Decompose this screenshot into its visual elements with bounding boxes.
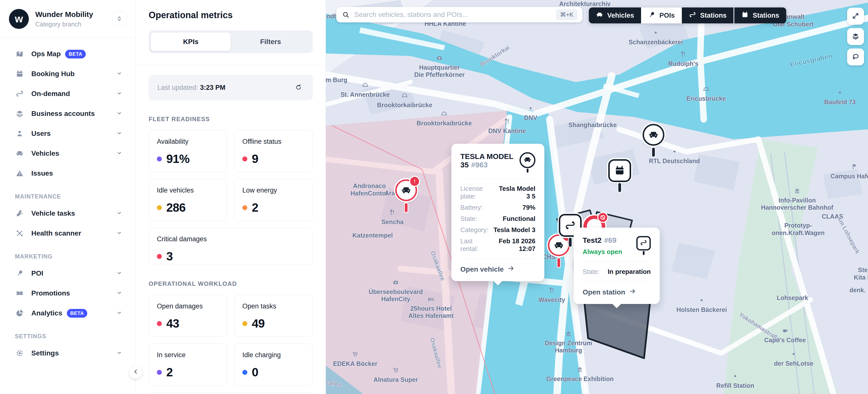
- sidebar-item-on-demand[interactable]: On-demand: [6, 84, 129, 104]
- toggle-label: Stations: [700, 12, 727, 20]
- kpi-value: 2: [166, 365, 173, 379]
- row-label: Last rental:: [460, 237, 488, 253]
- sidebar-item-vehicle-tasks[interactable]: Vehicle tasks: [6, 203, 129, 223]
- route-icon: [689, 11, 696, 20]
- map-layer-toggles: VehiclesPOIsStationsStations: [589, 7, 786, 23]
- panel-collapse-button[interactable]: [129, 366, 143, 379]
- chevron-down-icon: [116, 289, 123, 297]
- org-switcher-button[interactable]: [112, 12, 126, 26]
- map-markers-layer: [326, 0, 868, 394]
- marker-vehicle[interactable]: [395, 179, 417, 201]
- chevron-down-icon: [116, 210, 123, 217]
- station-popup-id: #69: [604, 236, 616, 244]
- row-label: Battery:: [460, 204, 483, 212]
- marker-station-cal[interactable]: [608, 159, 631, 182]
- car-icon: [15, 149, 24, 158]
- sidebar-item-analytics[interactable]: AnalyticsBETA: [6, 303, 129, 323]
- open-station-link[interactable]: Open station: [583, 288, 651, 297]
- beta-badge: BETA: [67, 309, 88, 318]
- sidebar-item-label: Settings: [31, 349, 59, 357]
- tab-kpis[interactable]: KPIs: [151, 33, 231, 51]
- no-entry-badge-icon: [597, 212, 608, 223]
- expand-map-button[interactable]: [847, 8, 864, 25]
- sidebar-item-health-scanner[interactable]: Health scanner: [6, 223, 129, 243]
- app-root: w Wunder Mobility Category branch Ops Ma…: [0, 0, 868, 394]
- sidebar-item-business-accounts[interactable]: Business accounts: [6, 104, 129, 123]
- kpi-card-availability: Availability91%: [149, 130, 227, 172]
- vehicle-marker-icon: [643, 124, 664, 146]
- station-calendar-marker-icon: [608, 159, 631, 182]
- car-icon: [596, 11, 603, 20]
- tab-filters[interactable]: Filters: [231, 33, 310, 51]
- refresh-icon: [295, 84, 302, 91]
- kpi-label: Availability: [157, 138, 219, 145]
- layers-icon: [15, 109, 24, 118]
- refresh-button[interactable]: [293, 82, 304, 93]
- sidebar-item-vehicles[interactable]: Vehicles: [6, 143, 129, 163]
- chevron-down-icon: [116, 309, 123, 317]
- kpi-card-critical-damages: Critical damages3: [149, 228, 313, 265]
- sidebar-item-label: Users: [31, 130, 51, 138]
- sidebar-item-users[interactable]: Users: [6, 123, 129, 143]
- sidebar-item-issues[interactable]: Issues: [6, 163, 129, 183]
- status-dot: [242, 205, 247, 210]
- map-toggle-vehicles-0[interactable]: Vehicles: [589, 7, 641, 23]
- search-input[interactable]: [354, 11, 556, 19]
- sidebar-item-label: Vehicles: [31, 149, 59, 158]
- station-popup-title: Test2: [583, 236, 601, 244]
- row-value: Feb 18 2026 12:07: [488, 237, 535, 253]
- operational-workload-grid: Open damages43Open tasks49In service2Idl…: [149, 295, 313, 394]
- brand-name: Wunder Mobility: [35, 10, 112, 19]
- kpi-filter-tabs: KPIsFilters: [149, 30, 313, 53]
- sidebar-item-settings[interactable]: Settings: [6, 343, 129, 363]
- marker-vehicle[interactable]: [643, 124, 664, 146]
- kpi-card-idle-charging: Idle charging0: [234, 343, 313, 386]
- calendar-icon: [741, 11, 749, 20]
- toggle-label: Stations: [753, 12, 779, 20]
- vehicle-popup-row: Category:Tesla Model 3: [460, 226, 535, 234]
- divider: [460, 178, 535, 179]
- vehicle-pin-icon: [520, 152, 535, 173]
- chevron-down-icon: [116, 349, 123, 357]
- status-dot: [157, 321, 162, 326]
- kpi-value: 2: [252, 201, 258, 215]
- lasso-icon: [851, 53, 860, 61]
- chevron-down-icon: [116, 150, 123, 157]
- metrics-panel: Operational metrics KPIsFilters Last upd…: [136, 0, 326, 394]
- open-vehicle-link[interactable]: Open vehicle: [460, 265, 535, 274]
- sidebar-item-label: Business accounts: [31, 110, 95, 118]
- wrench-icon: [15, 209, 24, 218]
- map-toggle-stations-2[interactable]: Stations: [682, 7, 734, 23]
- map-toggle-stations-3[interactable]: Stations: [734, 7, 786, 23]
- fleet-readiness-grid: Availability91%Offline status9Idle vehic…: [149, 130, 313, 265]
- kpi-label: Idle charging: [242, 351, 305, 359]
- beta-badge: BETA: [65, 50, 86, 58]
- vehicle-popup-row: Last rental:Feb 18 2026 12:07: [460, 237, 535, 253]
- pin-icon: [15, 269, 24, 278]
- sidebar-item-label: On-demand: [31, 90, 70, 98]
- kpi-card-relocation: Relocation: [149, 392, 313, 394]
- sidebar-item-promotions[interactable]: Promotions: [6, 283, 129, 303]
- toggle-label: POIs: [659, 12, 675, 20]
- map-toggle-pois-1[interactable]: POIs: [641, 7, 682, 23]
- kpi-label: Open damages: [157, 303, 219, 310]
- map-layers-button[interactable]: [847, 28, 864, 45]
- sidebar-item-booking-hub[interactable]: Booking Hub: [6, 64, 129, 84]
- lasso-select-button[interactable]: [847, 49, 864, 65]
- marker-vehicle[interactable]: [548, 234, 570, 256]
- map-canvas[interactable]: ArchitekturarchivWandbereiterbrückeHHLA …: [326, 0, 868, 394]
- operational-workload-header: OPERATIONAL WORKLOAD: [149, 280, 313, 287]
- shortcut-badge: ⌘+K: [556, 9, 578, 20]
- row-label: Category:: [460, 226, 489, 234]
- kpi-card-low-energy: Low energy2: [234, 179, 313, 221]
- divider: [136, 65, 326, 65]
- nav-section-header: SETTINGS: [6, 323, 129, 343]
- nav-section-header: MAINTENANCE: [6, 183, 129, 203]
- brand: w Wunder Mobility Category branch: [0, 0, 135, 29]
- status-dot: [157, 157, 162, 162]
- sidebar-item-ops-map[interactable]: Ops MapBETA: [6, 44, 129, 64]
- sidebar-item-poi[interactable]: POI: [6, 263, 129, 283]
- gear-icon: [15, 348, 24, 358]
- station-popup: Test2#69 Always open State:In preparatio…: [574, 228, 660, 304]
- chevron-down-icon: [116, 270, 123, 277]
